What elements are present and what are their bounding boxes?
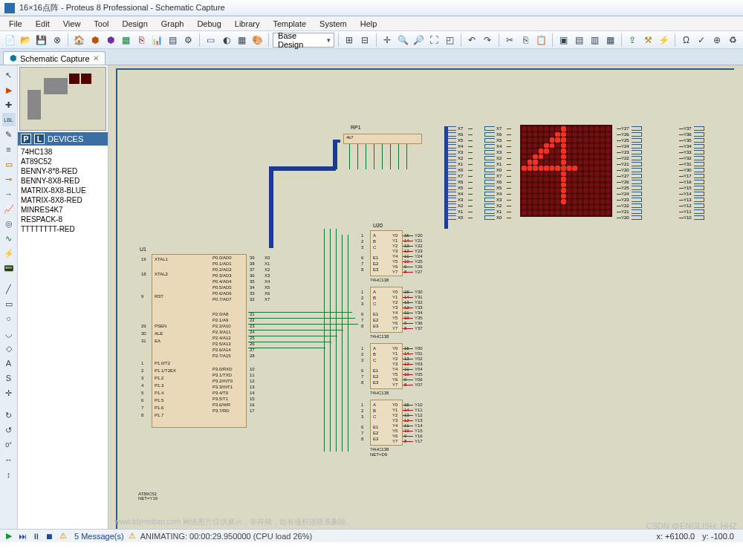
preview-pane[interactable]: [19, 67, 106, 131]
chart-icon[interactable]: 📊: [150, 33, 164, 48]
label-icon[interactable]: LBL: [2, 113, 16, 126]
block2-icon[interactable]: ▤: [572, 33, 586, 48]
rotate-cw-icon[interactable]: ↻: [2, 408, 16, 422]
close-icon[interactable]: ⊗: [50, 33, 64, 48]
stop-icon[interactable]: ⏹: [43, 531, 55, 541]
decompose-icon[interactable]: ⚡: [657, 33, 671, 48]
tape-icon[interactable]: ◎: [2, 217, 16, 230]
graph-icon[interactable]: 📈: [2, 202, 16, 215]
code-icon[interactable]: ⎘: [134, 33, 149, 48]
menu-library[interactable]: Library: [229, 18, 266, 30]
make-icon[interactable]: ⚒: [641, 33, 655, 48]
center-icon[interactable]: ✛: [380, 33, 395, 48]
isis-icon[interactable]: ⬢: [88, 33, 102, 48]
grid1-icon[interactable]: ⊞: [343, 33, 357, 48]
circle-icon[interactable]: ○: [2, 312, 16, 325]
tool-d-icon[interactable]: ♻: [726, 33, 740, 48]
d3-icon[interactable]: ▦: [119, 33, 133, 48]
menu-tool[interactable]: Tool: [88, 18, 114, 30]
redo-icon[interactable]: ↷: [481, 33, 495, 48]
toggle-icon[interactable]: ◐: [219, 33, 233, 48]
terminal-icon[interactable]: ⊸: [2, 172, 16, 186]
zoomout-icon[interactable]: 🔎: [412, 33, 426, 48]
menu-help[interactable]: Help: [354, 18, 383, 30]
cut-icon[interactable]: ✂: [503, 33, 517, 48]
undo-icon[interactable]: ↶: [465, 33, 479, 48]
pin-icon[interactable]: →: [2, 187, 16, 201]
zoomin-icon[interactable]: 🔍: [396, 33, 410, 48]
home-icon[interactable]: 🏠: [72, 33, 86, 48]
led-matrix[interactable]: [520, 125, 612, 217]
menu-debug[interactable]: Debug: [191, 18, 227, 30]
symbol-icon[interactable]: S: [2, 371, 16, 385]
device-item[interactable]: MATRIX-8X8-BLUE: [21, 186, 105, 195]
save-icon[interactable]: 💾: [34, 33, 48, 48]
select-icon[interactable]: ↖: [2, 68, 16, 82]
mirror-v-icon[interactable]: ↕: [2, 468, 16, 481]
component-icon[interactable]: ▶: [2, 83, 16, 97]
device-item[interactable]: MINRES4K7: [21, 205, 105, 215]
menu-design[interactable]: Design: [117, 18, 154, 30]
marker-icon[interactable]: ✛: [2, 386, 16, 400]
palette-icon[interactable]: 🎨: [250, 33, 265, 48]
zoomfit-icon[interactable]: ⛶: [427, 33, 441, 48]
device-item[interactable]: BENNY-8*8-RED: [21, 166, 105, 176]
menu-template[interactable]: Template: [267, 18, 312, 30]
tab-schematic[interactable]: ⬢ Schematic Capture ✕: [3, 51, 106, 65]
block3-icon[interactable]: ▥: [588, 33, 602, 48]
mirror-h-icon[interactable]: ↔: [2, 453, 16, 466]
message-count[interactable]: 5 Message(s): [70, 532, 129, 541]
tab-close-icon[interactable]: ✕: [93, 54, 99, 62]
device-item[interactable]: TTTTTTTT-RED: [21, 224, 105, 234]
text-icon[interactable]: A: [2, 356, 16, 370]
zoomarea-icon[interactable]: ◰: [443, 33, 457, 48]
warning-icon[interactable]: ⚠: [59, 531, 67, 541]
menu-system[interactable]: System: [314, 18, 353, 30]
grid2-icon[interactable]: ⊟: [358, 33, 372, 48]
device-item[interactable]: 74HC138: [21, 147, 105, 157]
tool-c-icon[interactable]: ⊕: [710, 33, 724, 48]
step-icon[interactable]: ⏭: [16, 531, 28, 541]
rp1-body[interactable]: [343, 134, 422, 144]
pick-button[interactable]: P: [21, 134, 31, 144]
ares-icon[interactable]: ⬢: [103, 33, 117, 48]
play-icon[interactable]: ▶: [3, 531, 15, 541]
device-item[interactable]: AT89C52: [21, 157, 105, 166]
open-icon[interactable]: 📂: [19, 33, 33, 48]
menu-file[interactable]: File: [3, 18, 28, 30]
sheet-icon[interactable]: ▦: [235, 33, 249, 48]
area-icon[interactable]: ▭: [204, 33, 218, 48]
block1-icon[interactable]: ▣: [557, 33, 571, 48]
gear-icon[interactable]: ⚙: [181, 33, 195, 48]
box-icon[interactable]: ▭: [2, 297, 16, 310]
path-icon[interactable]: ◇: [2, 342, 16, 355]
device-item[interactable]: RESPACK-8: [21, 215, 105, 224]
device-item[interactable]: BENNY-8X8-RED: [21, 176, 105, 186]
instrument-icon[interactable]: 📟: [2, 261, 16, 275]
textscript-icon[interactable]: ✎: [2, 128, 16, 141]
block4-icon[interactable]: ▦: [603, 33, 617, 48]
device-item[interactable]: MATRIX-8X8-RED: [21, 195, 105, 205]
menu-view[interactable]: View: [57, 18, 87, 30]
device-list[interactable]: 74HC138AT89C52BENNY-8*8-REDBENNY-8X8-RED…: [18, 146, 108, 529]
pick-icon[interactable]: ⇪: [626, 33, 640, 48]
menu-edit[interactable]: Edit: [30, 18, 56, 30]
lib-button[interactable]: L: [34, 134, 45, 144]
menu-graph[interactable]: Graph: [155, 18, 190, 30]
new-icon[interactable]: 📄: [3, 33, 17, 48]
paste-icon[interactable]: 📋: [534, 33, 548, 48]
bus-icon[interactable]: ≡: [2, 143, 16, 156]
probe-icon[interactable]: ⚡: [2, 247, 16, 260]
arc-icon[interactable]: ◡: [2, 327, 16, 340]
junction-icon[interactable]: ✚: [2, 98, 16, 111]
subcircuit-icon[interactable]: ▭: [2, 157, 16, 171]
rotate-ccw-icon[interactable]: ↺: [2, 423, 16, 437]
line-icon[interactable]: ╱: [2, 282, 16, 296]
generator-icon[interactable]: ∿: [2, 232, 16, 245]
schematic-canvas[interactable]: RP1 4k7 U1 AT89C52 NET=Y19 XTAL1XTAL2RST…: [108, 65, 743, 529]
tool-b-icon[interactable]: ✓: [695, 33, 709, 48]
db-icon[interactable]: ▤: [166, 33, 180, 48]
pause-icon[interactable]: ⏸: [30, 531, 42, 541]
tool-a-icon[interactable]: Ω: [679, 33, 693, 48]
copy-icon[interactable]: ⎘: [519, 33, 533, 48]
